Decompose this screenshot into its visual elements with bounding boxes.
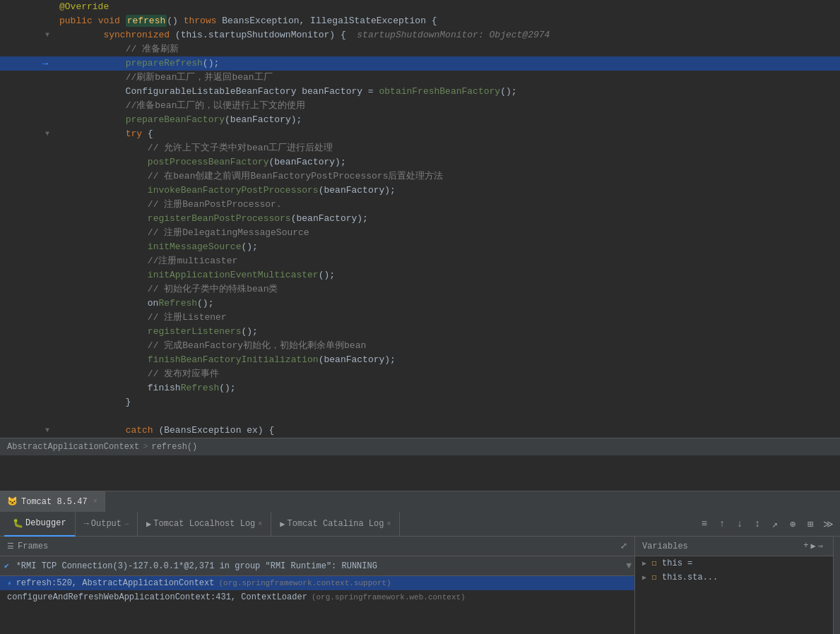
toolbar-btn-6[interactable]: ⊞ xyxy=(803,516,818,532)
var-item-2[interactable]: ▶□this.sta... xyxy=(635,570,833,585)
toolbar-btn-4[interactable]: ↗ xyxy=(767,516,783,532)
toolbar-btn-2[interactable]: ↓ xyxy=(732,516,747,532)
line-code-11: // 允许上下文子类中对bean工厂进行后处理 xyxy=(57,141,840,155)
line-code-7: ConfigurableListableBeanFactory beanFact… xyxy=(57,85,840,99)
toolbar-buttons: ≡↑↓↕↗⊕⊞≫ xyxy=(697,516,836,532)
variables-scrollbar[interactable] xyxy=(833,537,840,634)
toolbar-btn-7[interactable]: ≫ xyxy=(820,516,836,532)
line-code-19: //注册multicaster xyxy=(57,254,840,268)
frames-title: Frames xyxy=(18,542,48,551)
line-code-26: finishBeanFactoryInitialization(beanFact… xyxy=(57,353,840,367)
fold-icon[interactable]: ▼ xyxy=(45,424,49,438)
thread-select-row: ✔ *RMI TCP Connection(3)-127.0.0.1*@2,37… xyxy=(0,556,634,576)
line-code-21: // 初始化子类中的特殊bean类 xyxy=(57,282,840,297)
code-line-13: // 在bean创建之前调用BeanFactoryPostProcessors后… xyxy=(0,169,840,184)
breadcrumb-method: refresh() xyxy=(151,442,197,452)
code-line-28: finishRefresh(); xyxy=(0,381,840,395)
line-gutter-5: → xyxy=(0,56,57,71)
code-line-7: ConfigurableListableBeanFactory beanFact… xyxy=(0,85,840,99)
toolbar-btn-5[interactable]: ⊕ xyxy=(785,516,800,532)
code-line-26: finishBeanFactoryInitialization(beanFact… xyxy=(0,353,840,367)
frames-expand-icon[interactable]: ⤢ xyxy=(620,541,627,551)
line-code-2: public void refresh() throws BeansExcept… xyxy=(57,14,840,28)
var-step-icon[interactable]: ⇒ xyxy=(818,541,823,551)
output-tab-label: Output xyxy=(91,519,122,529)
tomcat-localhost-tab-label: Tomcat Localhost Log xyxy=(153,519,255,529)
variable-list: ▶□this =▶□this.sta... xyxy=(635,556,833,585)
debug-tab-tomcat-localhost[interactable]: ▶ Tomcat Localhost Log× xyxy=(138,512,271,537)
server-tab-tomcat[interactable]: 🐱 Tomcat 8.5.47 × xyxy=(0,491,105,512)
debug-tab-tomcat-catalina[interactable]: ▶ Tomcat Catalina Log× xyxy=(271,512,400,537)
line-code-5: prepareRefresh(); xyxy=(57,56,840,71)
thread-dropdown-arrow[interactable]: ▼ xyxy=(623,561,634,571)
line-code-18: initMessageSource(); xyxy=(57,240,840,254)
line-gutter-31: ▼ xyxy=(0,424,57,438)
line-code-17: // 注册DelegatingMessageSource xyxy=(57,226,840,240)
code-line-8: //准备bean工厂的，以便进行上下文的使用 xyxy=(0,99,840,113)
code-line-9: prepareBeanFactory(beanFactory); xyxy=(0,113,840,127)
fold-icon[interactable]: ▼ xyxy=(45,28,49,42)
code-line-16: registerBeanPostProcessors(beanFactory); xyxy=(0,212,840,226)
line-code-10: try { xyxy=(57,127,840,141)
var-expand-arrow[interactable]: ▶ xyxy=(642,573,646,582)
code-line-10: ▼ try { xyxy=(0,127,840,141)
server-tab-label: Tomcat 8.5.47 xyxy=(21,497,88,507)
debug-tab-output[interactable]: → Output→ xyxy=(76,512,138,537)
line-gutter-3: ▼ xyxy=(0,28,57,42)
code-line-31: ▼ catch (BeansException ex) { xyxy=(0,424,840,438)
breadcrumb-sep: > xyxy=(143,442,148,452)
fold-icon[interactable]: ▼ xyxy=(45,127,49,141)
frame-item-1[interactable]: ⚡refresh:520, AbstractApplicationContext… xyxy=(0,576,634,590)
breadcrumb-class: AbstractApplicationContext xyxy=(7,442,139,452)
tomcat-catalina-tab-icon: ▶ xyxy=(280,519,285,530)
code-line-5: → prepareRefresh(); xyxy=(0,56,840,71)
line-code-16: registerBeanPostProcessors(beanFactory); xyxy=(57,212,840,226)
code-line-24: registerListeners(); xyxy=(0,325,840,339)
line-code-29: } xyxy=(57,395,840,409)
editor-area: @Overridepublic void refresh() throws Be… xyxy=(0,0,840,491)
line-code-1: @Override xyxy=(57,0,840,14)
variables-header: Variables + ▶ ⇒ xyxy=(635,537,833,556)
line-code-8: //准备bean工厂的，以便进行上下文的使用 xyxy=(57,99,840,113)
var-play-icon[interactable]: ▶ xyxy=(811,541,816,551)
output-tab-icon: → xyxy=(84,519,89,529)
line-code-24: registerListeners(); xyxy=(57,325,840,339)
line-code-23: // 注册Listener xyxy=(57,311,840,325)
code-content: @Overridepublic void refresh() throws Be… xyxy=(0,0,840,438)
code-line-1: @Override xyxy=(0,0,840,14)
line-gutter-10: ▼ xyxy=(0,127,57,141)
main-layout: @Overridepublic void refresh() throws Be… xyxy=(0,0,840,634)
code-line-3: ▼ synchronized (this.startupShutdownMoni… xyxy=(0,28,840,42)
tomcat-icon: 🐱 xyxy=(7,496,18,507)
code-line-22: onRefresh(); xyxy=(0,297,840,311)
breadcrumb: AbstractApplicationContext > refresh() xyxy=(0,438,840,455)
debug-tab-debugger[interactable]: 🐛 Debugger xyxy=(4,512,76,537)
server-tab-close[interactable]: × xyxy=(93,498,97,506)
frame-item-2[interactable]: configureAndRefreshWebApplicationContext… xyxy=(0,590,634,604)
var-item-1[interactable]: ▶□this = xyxy=(635,556,833,570)
debug-panel-tabs: 🐛 Debugger→ Output→▶ Tomcat Localhost Lo… xyxy=(4,512,400,537)
tomcat-catalina-tab-pin[interactable]: × xyxy=(386,520,391,528)
toolbar-btn-0[interactable]: ≡ xyxy=(697,516,712,532)
debugger-tab-icon: 🐛 xyxy=(13,518,23,529)
frame-pkg-label: (org.springframework.context.support) xyxy=(218,579,391,587)
toolbar-btn-1[interactable]: ↑ xyxy=(714,516,730,532)
toolbar-btn-3[interactable]: ↕ xyxy=(750,516,765,532)
var-name-label: this.sta... xyxy=(662,573,718,582)
line-code-15: // 注册BeanPostProcessor. xyxy=(57,198,840,212)
frame-class-label: refresh:520, AbstractApplicationContext xyxy=(16,578,215,588)
line-code-22: onRefresh(); xyxy=(57,297,840,311)
variables-toolbar: + ▶ ⇒ xyxy=(800,541,826,551)
frame-class-label: configureAndRefreshWebApplicationContext… xyxy=(7,592,307,602)
tomcat-localhost-tab-pin[interactable]: × xyxy=(258,520,262,528)
variables-title: Variables xyxy=(642,542,688,551)
output-tab-pin[interactable]: → xyxy=(124,520,129,528)
code-line-19: //注册multicaster xyxy=(0,254,840,268)
server-tab-bar: 🐱 Tomcat 8.5.47 × xyxy=(0,491,840,512)
debug-arrow-icon: → xyxy=(42,56,48,71)
code-line-29: } xyxy=(0,395,840,409)
var-expand-arrow[interactable]: ▶ xyxy=(642,559,646,568)
code-line-14: invokeBeanFactoryPostProcessors(beanFact… xyxy=(0,184,840,198)
var-add-icon[interactable]: + xyxy=(803,541,808,551)
frames-header: ☰ Frames ⤢ xyxy=(0,537,634,556)
